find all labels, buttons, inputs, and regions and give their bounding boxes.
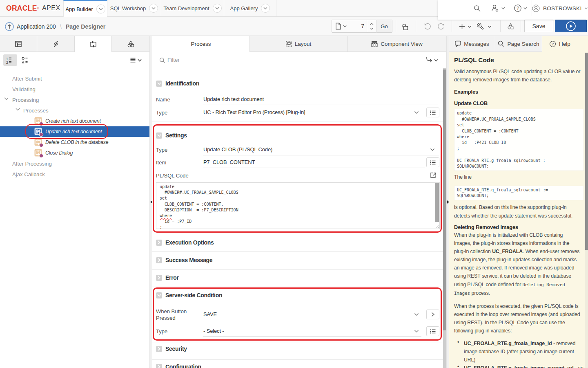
chevron-down-icon[interactable] (343, 25, 347, 27)
tree-item-create-rich-text[interactable]: Create rich text document (0, 116, 149, 126)
textarea-resize-grip[interactable] (436, 224, 440, 228)
select-chevron-icon[interactable] (414, 111, 419, 114)
section-settings[interactable]: Settings (156, 132, 187, 139)
tab-component-view[interactable]: Component View (347, 36, 446, 52)
tree-item-processing[interactable]: Processing (0, 94, 149, 105)
tree-item-ajax-callback[interactable]: Ajax Callback (0, 169, 149, 180)
nav-tab-app-builder[interactable]: App Builder (63, 0, 107, 17)
textarea-scrollbar-thumb[interactable] (435, 183, 439, 222)
tab-processing[interactable] (75, 36, 112, 52)
administration-menu-button[interactable] (487, 0, 509, 16)
expand-icon[interactable] (156, 275, 162, 281)
section-security[interactable]: Security (156, 346, 187, 352)
select-chevron-icon[interactable] (414, 313, 419, 316)
chevron-down-icon[interactable] (261, 4, 270, 13)
page-selector: 7 Go (332, 20, 392, 33)
field-label-name: Name (156, 96, 170, 103)
group-view-button[interactable] (20, 54, 32, 66)
chevron-down-icon[interactable] (96, 4, 105, 13)
shared-components-button[interactable] (507, 17, 514, 36)
field-value-item[interactable]: P7_CLOB_CONTENT (203, 159, 255, 165)
tab-dynamic-actions[interactable] (37, 36, 75, 52)
section-server-side-condition[interactable]: Server-side Condition (156, 292, 222, 298)
nav-tab-team-development[interactable]: Team Development (161, 0, 224, 16)
page-icon[interactable] (335, 22, 341, 30)
tab-process[interactable]: Process (152, 36, 250, 52)
expand-icon[interactable] (156, 240, 162, 246)
collapse-icon[interactable] (156, 81, 162, 87)
section-identification[interactable]: Identification (156, 80, 199, 87)
tree-expand-chevron[interactable] (4, 97, 9, 100)
tree-item-processes[interactable]: Processes (0, 105, 149, 116)
tab-messages[interactable]: Messages (449, 36, 495, 52)
go-button[interactable]: Go (376, 20, 392, 32)
breadcrumb-application[interactable]: Application 200 (17, 23, 56, 30)
section-error[interactable]: Error (156, 274, 179, 281)
select-chevron-icon[interactable] (414, 330, 419, 333)
field-value-type[interactable]: - Select - (203, 328, 224, 334)
lock-page-button[interactable] (401, 17, 409, 36)
list-view-button[interactable]: 1 2 (3, 54, 17, 66)
collapse-icon[interactable] (156, 132, 162, 139)
spotlight-search-button[interactable] (467, 0, 487, 16)
tab-help[interactable]: ? Help (542, 36, 588, 52)
expand-icon[interactable] (156, 364, 162, 368)
field-value-type[interactable]: Update CLOB (PL/SQL Code) (203, 146, 272, 153)
create-menu-button[interactable] (459, 17, 472, 36)
filter-input[interactable]: Filter (167, 57, 180, 63)
goto-icon[interactable] (426, 57, 433, 63)
help-menu-button[interactable]: ? (509, 0, 532, 16)
type-list-button[interactable] (426, 108, 439, 117)
tree-item-close-dialog[interactable]: Close Dialog (0, 148, 149, 158)
section-configuration[interactable]: Configuration (156, 364, 201, 368)
nav-tab-app-gallery[interactable]: App Gallery (224, 0, 276, 16)
center-scrollbar-thumb[interactable] (443, 70, 446, 330)
chevron-down-icon[interactable] (213, 4, 222, 13)
tree-item-update-rich-text-selected[interactable]: Update rich text document (0, 126, 149, 137)
tree-item-after-submit[interactable]: After Submit (0, 73, 149, 84)
select-chevron-icon[interactable] (430, 148, 435, 151)
field-value-type[interactable]: UC - Rich Text Editor Pro (Process) [Plu… (203, 109, 305, 115)
center-scrollbar[interactable] (443, 68, 446, 368)
chevron-down-icon[interactable] (434, 59, 438, 62)
expand-icon[interactable] (156, 346, 162, 352)
plsql-code-textarea[interactable]: update #OWNER#.UC_FROALA_SAMPLE_CLOBSset… (156, 182, 440, 229)
page-number-input[interactable]: 7 (349, 23, 367, 29)
tree-item-delete-clob[interactable]: Delete CLOB in the database (0, 137, 149, 148)
tab-page-search[interactable]: Page Search (495, 36, 542, 52)
go-to-button[interactable] (426, 310, 439, 319)
run-page-button[interactable] (555, 20, 587, 32)
section-success-message[interactable]: Success Message (156, 257, 212, 263)
redo-button[interactable] (437, 17, 445, 36)
field-value-name[interactable]: Update rich text document (203, 96, 264, 102)
tree-item-after-processing[interactable]: After Processing (0, 158, 149, 169)
tree-item-validating[interactable]: Validating (0, 84, 149, 94)
collapse-icon[interactable] (156, 292, 162, 298)
section-execution-options[interactable]: Execution Options (156, 239, 214, 246)
expand-icon[interactable] (156, 257, 162, 263)
item-list-button[interactable] (426, 157, 439, 167)
undo-button[interactable] (423, 17, 431, 36)
utilities-menu-button[interactable] (477, 17, 492, 36)
right-splitter[interactable] (446, 36, 449, 368)
nav-tab-sql-workshop[interactable]: SQL Workshop (107, 0, 161, 16)
type-list-button[interactable] (426, 326, 439, 336)
field-value-when-button[interactable]: SAVE (203, 311, 217, 317)
tree-expand-chevron[interactable] (16, 108, 20, 111)
user-menu-button[interactable]: BOSTROWSKI (532, 0, 588, 16)
page-spinner[interactable] (367, 20, 376, 33)
code-editor-icon[interactable] (430, 172, 437, 178)
list-icon (430, 160, 436, 165)
tab-layout[interactable]: Layout (250, 36, 347, 52)
left-splitter[interactable] (149, 36, 152, 368)
tab-rendering[interactable] (0, 36, 37, 52)
help-scrollbar-thumb[interactable] (585, 53, 588, 250)
save-button[interactable]: Save (524, 20, 553, 32)
section-separator (152, 121, 443, 121)
tab-page-shared-components[interactable] (112, 36, 149, 52)
tree-menu-button[interactable] (130, 58, 136, 63)
go-up-icon[interactable] (5, 22, 14, 31)
help-scrollbar[interactable] (585, 52, 588, 368)
chevron-down-icon[interactable] (149, 4, 158, 13)
tree-menu-chevron[interactable] (138, 59, 142, 62)
